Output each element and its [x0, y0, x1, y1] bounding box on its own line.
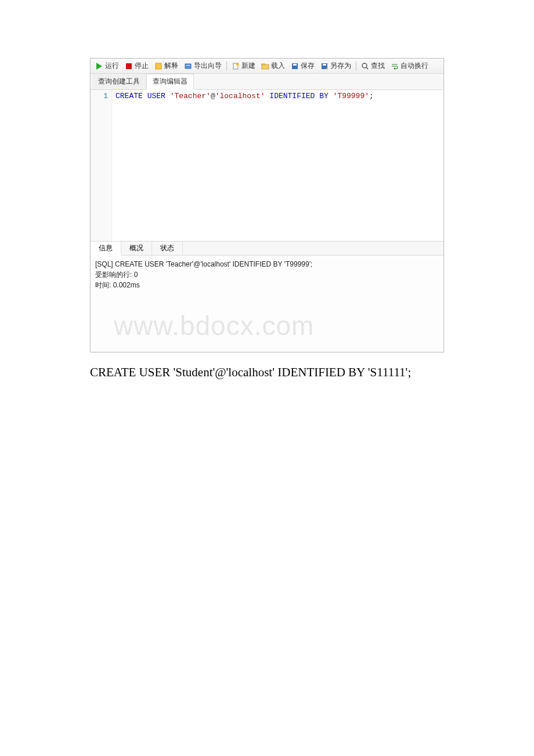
svg-rect-8: [262, 64, 265, 65]
result-tabbar: 信息 概况 状态: [91, 241, 443, 255]
stop-button[interactable]: 停止: [122, 60, 151, 71]
sql-code-line: CREATE USER 'Teacher'@'localhost' IDENTI…: [116, 92, 374, 100]
svg-rect-4: [186, 65, 190, 66]
stop-label: 停止: [135, 61, 149, 71]
run-button[interactable]: 运行: [93, 60, 121, 71]
save-as-label: 另存为: [330, 61, 351, 71]
export-wizard-button[interactable]: 导出向导: [182, 60, 224, 71]
output-affected-line: 受影响的行: 0: [95, 269, 439, 280]
load-label: 载入: [271, 61, 285, 71]
kw-create: CREATE: [116, 92, 143, 100]
document-text: CREATE USER 'Student'@'localhost' IDENTI…: [90, 365, 444, 380]
save-label: 保存: [301, 61, 315, 71]
explain-label: 解释: [164, 61, 178, 71]
svg-rect-10: [293, 64, 297, 66]
kw-identified: IDENTIFIED: [269, 92, 315, 100]
save-as-button[interactable]: 另存为: [318, 60, 353, 71]
svg-rect-1: [126, 63, 132, 69]
export-icon: [184, 62, 192, 70]
code-area[interactable]: CREATE USER 'Teacher'@'localhost' IDENTI…: [112, 90, 443, 241]
line-number: 1: [91, 92, 108, 100]
tab-status[interactable]: 状态: [152, 242, 183, 255]
kw-by: BY: [319, 92, 329, 100]
semicolon: ;: [369, 92, 374, 100]
save-icon: [291, 62, 299, 70]
line-gutter: 1: [91, 90, 112, 241]
folder-icon: [261, 62, 269, 70]
watermark-text: www.bdocx.com: [114, 306, 443, 346]
save-as-icon: [320, 62, 329, 70]
new-icon: [232, 62, 240, 70]
svg-rect-12: [323, 64, 326, 66]
play-icon: [95, 62, 103, 70]
sql-editor[interactable]: 1 CREATE USER 'Teacher'@'localhost' IDEN…: [91, 90, 443, 241]
new-label: 新建: [241, 61, 255, 71]
svg-rect-3: [185, 64, 191, 69]
save-button[interactable]: 保存: [288, 60, 317, 71]
search-icon: [361, 62, 369, 70]
explain-button[interactable]: 解释: [152, 60, 181, 71]
svg-point-14: [362, 63, 367, 68]
at-sign: @: [211, 92, 215, 100]
kw-user: USER: [147, 92, 165, 100]
run-label: 运行: [105, 61, 119, 71]
output-sql-line: [SQL] CREATE USER 'Teacher'@'localhost' …: [95, 259, 439, 269]
str-pwd: 'T99999': [333, 92, 369, 100]
output-time-line: 时间: 0.002ms: [95, 280, 439, 290]
editor-tabbar: 查询创建工具 查询编辑器: [91, 74, 443, 90]
export-label: 导出向导: [194, 61, 222, 71]
toolbar: 运行 停止 解释 导出向导: [91, 59, 443, 74]
load-button[interactable]: 载入: [259, 60, 287, 71]
str-teacher: 'Teacher': [170, 92, 211, 100]
output-pane: [SQL] CREATE USER 'Teacher'@'localhost' …: [91, 255, 443, 352]
tab-query-builder[interactable]: 查询创建工具: [92, 74, 146, 89]
wrap-button[interactable]: 自动换行: [388, 60, 431, 71]
str-localhost: 'localhost': [215, 92, 265, 100]
tab-profile[interactable]: 概况: [121, 242, 152, 255]
svg-rect-2: [156, 63, 161, 69]
svg-marker-16: [394, 67, 395, 70]
wrap-icon: [391, 62, 399, 70]
svg-marker-0: [96, 63, 102, 70]
toolbar-separator: [356, 62, 356, 71]
stop-icon: [125, 62, 133, 70]
new-button[interactable]: 新建: [229, 60, 258, 71]
wrap-label: 自动换行: [400, 61, 428, 71]
find-label: 查找: [371, 61, 385, 71]
tab-query-editor[interactable]: 查询编辑器: [146, 74, 194, 90]
tab-info[interactable]: 信息: [91, 242, 121, 255]
find-button[interactable]: 查找: [359, 60, 387, 71]
explain-icon: [154, 62, 163, 70]
toolbar-separator: [226, 62, 227, 71]
svg-line-15: [366, 67, 368, 69]
ide-window: 运行 停止 解释 导出向导: [90, 58, 444, 352]
svg-point-6: [236, 63, 239, 66]
